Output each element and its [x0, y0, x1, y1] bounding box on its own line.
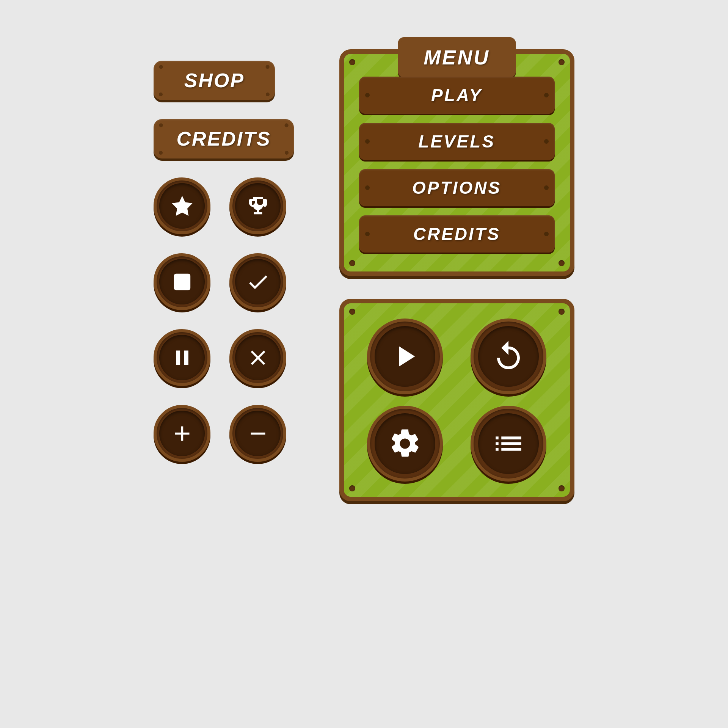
star-button[interactable]: [154, 177, 210, 234]
circle-row-2: [154, 253, 286, 310]
replay-icon-inner: [478, 326, 539, 387]
screw-br: [559, 260, 565, 266]
menu-title-tag: MENU: [398, 37, 516, 77]
credits-label: CREDITS: [176, 127, 271, 150]
pause-icon: [170, 345, 195, 370]
trophy-icon-inner: [235, 183, 281, 229]
screw-br: [285, 151, 289, 155]
gear-icon-inner: [375, 413, 435, 474]
minus-icon: [246, 421, 270, 446]
pause-icon-inner: [159, 335, 205, 380]
options-menu-item[interactable]: OPTIONS: [359, 169, 555, 206]
stop-icon-inner: [159, 259, 205, 304]
play-icon-inner: [375, 326, 435, 387]
right-panel: MENU PLAY LEVELS OPTIONS CREDITS: [339, 49, 574, 501]
screw-bl: [349, 260, 355, 266]
circle-row-1: [154, 177, 286, 234]
left-panel: SHOP CREDITS: [154, 61, 293, 462]
options-label: OPTIONS: [412, 177, 501, 198]
levels-label: LEVELS: [418, 131, 495, 152]
screw-tl: [349, 59, 355, 65]
svg-rect-0: [174, 273, 190, 290]
menu-items-list: PLAY LEVELS OPTIONS CREDITS: [359, 77, 555, 253]
add-button[interactable]: [154, 405, 210, 462]
circle-row-3: [154, 329, 286, 386]
check-icon: [246, 270, 270, 294]
main-container: SHOP CREDITS: [0, 0, 728, 728]
screw-bl: [349, 485, 355, 491]
gear-icon: [388, 427, 422, 461]
play-label: PLAY: [431, 85, 482, 105]
credits-button[interactable]: CREDITS: [154, 119, 293, 158]
screw-tr: [559, 309, 565, 315]
screw-br: [266, 93, 270, 96]
menu-panel: MENU PLAY LEVELS OPTIONS CREDITS: [339, 49, 574, 276]
plus-icon: [170, 421, 195, 446]
screw-br: [559, 485, 565, 491]
screw-bl: [159, 151, 163, 155]
close-icon: [246, 345, 270, 370]
shop-button[interactable]: SHOP: [154, 61, 275, 100]
list-icon-inner: [478, 413, 539, 474]
credits-menu-label: CREDITS: [413, 224, 500, 244]
star-icon: [170, 194, 195, 218]
screw-tl: [349, 309, 355, 315]
check-button[interactable]: [229, 253, 286, 310]
play-icon: [388, 339, 422, 373]
play-button[interactable]: [367, 318, 443, 394]
screw-tr: [559, 59, 565, 65]
plus-icon-inner: [159, 411, 205, 456]
replay-button[interactable]: [471, 318, 546, 394]
check-icon-inner: [235, 259, 281, 304]
close-icon-inner: [235, 335, 281, 380]
close-button[interactable]: [229, 329, 286, 386]
stop-icon: [170, 270, 195, 294]
credits-menu-item[interactable]: CREDITS: [359, 215, 555, 253]
settings-button[interactable]: [367, 406, 443, 482]
play-menu-item[interactable]: PLAY: [359, 77, 555, 114]
star-icon-inner: [159, 183, 205, 229]
list-icon: [491, 427, 526, 461]
replay-icon: [491, 339, 526, 373]
circle-row-4: [154, 405, 286, 462]
shop-label: SHOP: [184, 69, 245, 92]
minus-icon-inner: [235, 411, 281, 456]
trophy-button[interactable]: [229, 177, 286, 234]
list-button[interactable]: [471, 406, 546, 482]
icon-panel: [339, 299, 574, 501]
icon-grid: [359, 318, 555, 482]
menu-title: MENU: [424, 46, 490, 69]
screw-bl: [159, 93, 163, 96]
levels-menu-item[interactable]: LEVELS: [359, 123, 555, 160]
trophy-icon: [246, 194, 270, 218]
minus-button[interactable]: [229, 405, 286, 462]
pause-button[interactable]: [154, 329, 210, 386]
stop-button[interactable]: [154, 253, 210, 310]
